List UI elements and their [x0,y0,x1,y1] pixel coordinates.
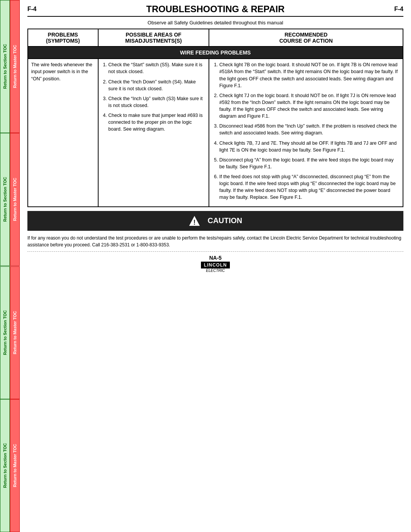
list-item: Disconnect plug “A” from the logic board… [219,157,400,170]
page-number-right: F-4 [394,6,403,13]
caution-bar: ! CAUTION [27,211,403,231]
page-code: NA-5 [27,255,403,261]
col-recommended-header: RECOMMENDED COURSE OF ACTION [209,29,403,46]
problem-text: The wire feeds whenever the input power … [31,61,95,82]
page-title: TROUBLESHOOTING & REPAIR [37,4,394,14]
table-header-row: PROBLEMS (SYMPTOMS) POSSIBLE AREAS OF MI… [28,29,403,46]
main-content: F-4 TROUBLESHOOTING & REPAIR F-4 Observe… [20,0,411,280]
col-problems-header: PROBLEMS (SYMPTOMS) [28,29,98,46]
footer-bottom: NA-5 LINCOLN ELECTRIC [27,255,403,273]
master-toc-tab-3[interactable]: Return to Master TOC [10,266,20,399]
section-toc-tab-4[interactable]: Return to Section TOC [0,399,10,532]
list-item: Check to make sure that jumper lead #693… [108,112,206,133]
recommended-actions-cell: Check light 7B on the logic board. It sh… [209,59,403,206]
list-item: Check lights 7B, 7J and 7E. They should … [219,140,400,153]
page-number-left: F-4 [27,6,37,13]
master-toc-tab-2[interactable]: Return to Master TOC [10,133,20,266]
caution-triangle-icon: ! [188,215,201,227]
section-header-cell: WIRE FEEDING PROBLEMS [28,46,403,59]
master-toc-tab-4[interactable]: Return to Master TOC [10,399,20,532]
list-item: Check the “Inch Down” switch (S4). Make … [108,78,206,92]
list-item: Check the “Start” switch (S5). Make sure… [108,61,206,75]
footer-text: If for any reason you do not understand … [27,235,403,248]
svg-text:!: ! [193,219,196,226]
warning-triangle-icon: ! [188,215,201,227]
problems-cell: The wire feeds whenever the input power … [28,59,98,206]
table-row: The wire feeds whenever the input power … [28,59,403,206]
list-item: Check light 7B on the logic board. It sh… [219,61,400,89]
section-toc-tab-3[interactable]: Return to Section TOC [0,266,10,399]
lincoln-logo: LINCOLN ELECTRIC [201,262,230,273]
safety-notice: Observe all Safety Guidelines detailed t… [27,20,403,26]
col-possible-areas-header: POSSIBLE AREAS OF MISADJUSTMENTS(S) [98,29,209,46]
possible-areas-list: Check the “Start” switch (S5). Make sure… [102,61,206,133]
troubleshooting-table: PROBLEMS (SYMPTOMS) POSSIBLE AREAS OF MI… [27,29,403,207]
master-toc-tab-1[interactable]: Return to Master TOC [10,0,20,133]
company-sub: ELECTRIC [206,268,225,273]
section-toc-tab-1[interactable]: Return to Section TOC [0,0,10,133]
list-item: Disconnect lead #586 from the “Inch Up” … [219,123,400,136]
company-name: LINCOLN [201,262,230,268]
list-item: Check light 7J on the logic board. It sh… [219,92,400,120]
caution-label: CAUTION [207,216,242,225]
side-tabs-container: Return to Section TOC Return to Master T… [0,0,20,532]
list-item: If the feed does not stop with plug “A” … [219,173,400,201]
page-header: F-4 TROUBLESHOOTING & REPAIR F-4 [27,4,403,17]
wire-feeding-section-header: WIRE FEEDING PROBLEMS [28,46,403,59]
list-item: Check the “Inch Up” switch (S3) Make sur… [108,95,206,109]
footer-divider [27,251,403,252]
possible-areas-cell: Check the “Start” switch (S5). Make sure… [98,59,209,206]
section-toc-tab-2[interactable]: Return to Section TOC [0,133,10,266]
recommended-actions-list: Check light 7B on the logic board. It sh… [212,61,400,201]
